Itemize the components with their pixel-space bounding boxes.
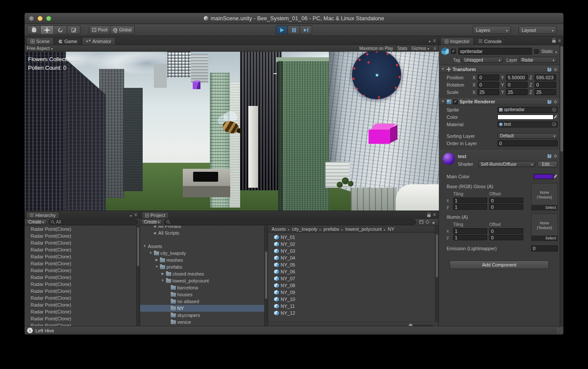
texture-select-button[interactable]: Select bbox=[532, 236, 557, 241]
chevron-down-icon[interactable] bbox=[555, 47, 557, 55]
breadcrumb-item[interactable]: NY bbox=[388, 226, 394, 232]
emission-field[interactable]: 0 bbox=[531, 245, 558, 251]
project-file[interactable]: NY_12 bbox=[268, 310, 438, 316]
tree-item-assets[interactable]: Assets bbox=[140, 243, 268, 250]
resize-grip[interactable] bbox=[557, 328, 563, 334]
tree-item-folder[interactable]: houses bbox=[140, 291, 268, 298]
texture-select-button[interactable]: Select bbox=[532, 205, 557, 210]
foldout-icon[interactable] bbox=[441, 68, 445, 71]
rotation-y-field[interactable]: 0 bbox=[506, 82, 528, 88]
transform-header[interactable]: Transform bbox=[439, 66, 560, 73]
play-button[interactable] bbox=[276, 25, 288, 34]
favorites-icon[interactable] bbox=[432, 218, 435, 226]
static-checkbox[interactable] bbox=[534, 49, 539, 54]
tree-item-folder[interactable]: prefabs bbox=[140, 264, 268, 270]
sprite-object-field[interactable]: spriteradar bbox=[497, 107, 558, 113]
layout-dropdown[interactable]: Layout bbox=[519, 26, 557, 34]
gear-icon[interactable] bbox=[554, 155, 557, 157]
project-file[interactable]: NY_11 bbox=[268, 303, 438, 310]
project-search-input[interactable] bbox=[164, 219, 416, 225]
panel-menu-icon[interactable] bbox=[134, 212, 137, 217]
color-swatch[interactable] bbox=[497, 115, 554, 120]
gizmos-dropdown[interactable]: Gizmos bbox=[412, 46, 429, 51]
breadcrumb-item[interactable]: prefabs bbox=[323, 226, 339, 232]
hierarchy-item[interactable]: Radar Point(Clone) bbox=[25, 315, 140, 322]
breadcrumb-item[interactable]: lowest_polycount bbox=[345, 226, 382, 232]
hierarchy-create-button[interactable]: Create bbox=[26, 219, 47, 225]
base-texture-slot[interactable]: None (Texture) Select bbox=[531, 183, 558, 211]
tab-game[interactable]: Game bbox=[54, 37, 81, 45]
foldout-icon[interactable] bbox=[161, 279, 165, 282]
shader-dropdown[interactable]: Self-Illumin/Diffuse bbox=[478, 161, 535, 167]
hierarchy-item[interactable]: Radar Point(Clone) bbox=[25, 295, 140, 301]
pause-button[interactable] bbox=[288, 25, 300, 34]
favorite-item[interactable]: All Scripts bbox=[140, 229, 268, 236]
game-viewport[interactable]: Flowers Collected: 0 Pollen Count: 0 bbox=[25, 52, 439, 211]
project-file[interactable]: NY_09 bbox=[268, 289, 438, 296]
base-offset-x-field[interactable]: 0 bbox=[489, 198, 523, 203]
order-in-layer-field[interactable]: 0 bbox=[497, 140, 558, 146]
step-button[interactable] bbox=[300, 25, 312, 34]
panel-menu-icon[interactable] bbox=[433, 212, 436, 217]
tree-item-folder[interactable]: city_lowpoly bbox=[140, 250, 268, 257]
breadcrumb-item[interactable]: Assets bbox=[272, 226, 286, 232]
tree-item-folder[interactable]: venice bbox=[140, 319, 268, 326]
maximize-on-play-button[interactable]: Maximize on Play bbox=[360, 46, 393, 51]
scrollbar-thumb[interactable] bbox=[137, 227, 139, 266]
active-checkbox[interactable] bbox=[451, 49, 456, 54]
illumin-tiling-y-field[interactable]: 1 bbox=[453, 235, 487, 240]
breadcrumb-item[interactable]: city_lowpoly bbox=[292, 226, 317, 232]
project-file[interactable]: NY_06 bbox=[268, 268, 438, 275]
foldout-icon[interactable] bbox=[441, 100, 445, 103]
hierarchy-item[interactable]: Radar Point(Clone) bbox=[25, 288, 140, 295]
scale-y-field[interactable]: 25 bbox=[506, 89, 528, 95]
foldout-icon[interactable] bbox=[155, 258, 159, 262]
scrollbar-thumb[interactable] bbox=[265, 251, 267, 299]
favorite-item[interactable]: All Prefabs bbox=[140, 226, 268, 229]
panel-menu-icon[interactable] bbox=[434, 46, 436, 51]
aspect-dropdown[interactable]: Free Aspect bbox=[27, 46, 53, 51]
shader-edit-button[interactable]: Edit... bbox=[538, 161, 557, 167]
tab-inspector[interactable]: Inspector bbox=[441, 37, 474, 45]
hierarchy-item[interactable]: Radar Point(Clone) bbox=[25, 233, 140, 239]
sprite-renderer-header[interactable]: Sprite Renderer bbox=[439, 98, 560, 105]
project-file[interactable]: NY_01 bbox=[268, 234, 438, 241]
hierarchy-item[interactable]: Radar Point(Clone) bbox=[25, 308, 140, 315]
eyedropper-icon[interactable] bbox=[554, 115, 558, 120]
help-icon[interactable] bbox=[547, 100, 551, 104]
panel-menu-icon[interactable] bbox=[433, 38, 436, 43]
illumin-tiling-x-field[interactable]: 1 bbox=[453, 228, 487, 234]
lock-icon[interactable] bbox=[552, 40, 556, 43]
rotation-z-field[interactable]: 0 bbox=[535, 82, 556, 88]
tab-scene[interactable]: Scene bbox=[26, 37, 54, 45]
sorting-layer-dropdown[interactable]: Default bbox=[497, 133, 558, 139]
base-tiling-y-field[interactable]: 1 bbox=[453, 204, 487, 210]
hierarchy-item[interactable]: Radar Point(Clone) bbox=[25, 274, 140, 281]
global-button[interactable]: Global bbox=[110, 25, 134, 34]
add-component-button[interactable]: Add Component bbox=[450, 260, 549, 269]
hierarchy-item[interactable]: Radar Point(Clone) bbox=[25, 253, 140, 260]
illumin-offset-x-field[interactable]: 0 bbox=[489, 228, 523, 234]
pivot-button[interactable]: Pivot bbox=[89, 25, 110, 34]
illumin-offset-y-field[interactable]: 0 bbox=[489, 235, 523, 240]
gear-icon[interactable] bbox=[554, 68, 557, 71]
layers-dropdown[interactable]: Layers bbox=[473, 26, 511, 34]
panel-menu-icon[interactable] bbox=[558, 38, 561, 43]
project-file[interactable]: NY_03 bbox=[268, 248, 438, 254]
search-by-label-icon[interactable] bbox=[425, 220, 430, 224]
scale-x-field[interactable]: 25 bbox=[478, 89, 499, 95]
project-file[interactable]: NY_05 bbox=[268, 261, 438, 268]
gameobject-name-field[interactable]: spriteradar bbox=[458, 48, 532, 55]
chevron-down-icon[interactable] bbox=[130, 211, 132, 219]
eyedropper-icon[interactable] bbox=[554, 174, 558, 179]
tab-console[interactable]: Console bbox=[474, 37, 506, 45]
base-tiling-x-field[interactable]: 1 bbox=[453, 198, 487, 203]
rotate-tool-button[interactable] bbox=[54, 25, 67, 34]
status-bar[interactable]: Left Hive bbox=[25, 326, 563, 335]
hierarchy-item[interactable]: Radar Point(Clone) bbox=[25, 281, 140, 288]
hand-tool-button[interactable] bbox=[27, 25, 41, 34]
scrollbar-thumb[interactable] bbox=[560, 46, 563, 152]
stats-button[interactable]: Stats bbox=[397, 46, 407, 51]
minimize-button[interactable] bbox=[38, 16, 43, 21]
tree-item-folder[interactable]: meshes bbox=[140, 257, 268, 264]
